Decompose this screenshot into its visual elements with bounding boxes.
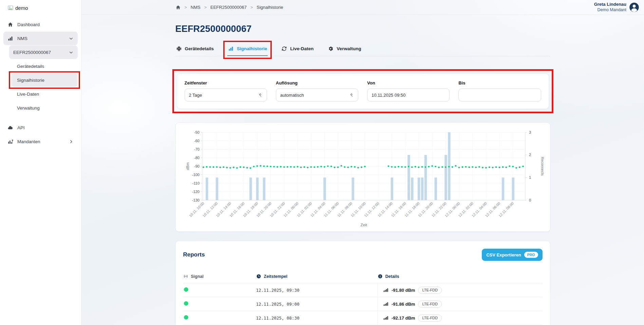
select-value: automatisch [280,93,304,98]
tab-geraetedetails[interactable]: Gerätedetails [175,42,215,56]
network-badge: LTE-FDD [418,314,442,322]
details: -92.17 dBmLTE-FDD [383,314,543,322]
app-root: demo DashboardNMSEEFR2500000067Gerätedet… [0,0,644,325]
info-icon [378,274,383,279]
user-menu[interactable]: Greta Lindenau Demo Mandant [594,2,639,13]
tab-label: Verwaltung [337,46,361,51]
chevron-right-icon [69,139,74,144]
page-content: EEFR2500000067 GerätedetailsSignalhistor… [175,15,550,325]
timestamp-cell: 12.11.2025, 09:30 [256,283,378,297]
svg-text:-70: -70 [194,147,200,151]
topbar: >NMS>EEFR2500000067>Signalhistorie Greta… [81,0,644,15]
filter-field-bis: Bis [458,80,541,101]
avatar-icon[interactable] [629,2,639,12]
svg-text:1: 1 [529,175,531,179]
table-row[interactable]: 12.11.2025, 09:00-91.86 dBmLTE-FDD [183,297,543,311]
signal-bars-icon [383,301,389,307]
status-dot-online [184,287,188,292]
signal-history-chart: 10.11. 10:0010.11. 12:0010.11. 14:0010.1… [183,128,544,229]
aufloesung-select[interactable]: automatisch [276,89,358,101]
signal-cell [183,297,256,311]
sidebar-item-dashboard[interactable]: Dashboard [3,18,78,31]
chip-icon [176,46,182,52]
filter-field-von: Von [367,80,450,101]
sidebar-item-live-daten[interactable]: Live-Daten [11,87,78,101]
sidebar-item-api[interactable]: API [3,121,78,134]
svg-text:-130: -130 [192,198,199,202]
sidebar-item-label: Gerätedetails [17,64,44,69]
signal-value: -92.17 dBm [392,316,415,321]
zeitfenster-select[interactable]: 2 Tage [185,89,267,101]
status-dot-online [184,301,188,306]
details-cell: -91.80 dBmLTE-FDD [378,283,543,297]
breadcrumb-item-nms[interactable]: NMS [191,5,201,10]
bis-input[interactable] [458,89,541,101]
table-row[interactable]: 12.11.2025, 09:30-91.80 dBmLTE-FDD [183,283,543,297]
filter-annotation-box: Zeitfenster2 TageAuflösungautomatischVon… [172,69,553,113]
filter-field-zeitfenster: Zeitfenster2 Tage [185,80,267,101]
signal-value: -91.86 dBm [392,302,415,307]
table-row[interactable]: 12.11.2025, 08:30-92.17 dBmLTE-FDD [183,311,543,325]
sidebar-item-label: EEFR2500000067 [13,50,51,55]
tab-label: Gerätedetails [185,46,214,51]
breadcrumb: >NMS>EEFR2500000067>Signalhistorie [175,5,283,10]
tab-verwaltung[interactable]: Verwaltung [327,42,362,56]
csv-export-button[interactable]: CSV Exportieren PRO [482,249,542,261]
broken-image-icon [7,5,14,11]
select-chevrons-icon [349,93,354,97]
column-header-label: Details [385,274,399,279]
svg-text:3: 3 [529,130,531,134]
sidebar-item-eefr2500000067[interactable]: EEFR2500000067 [9,45,78,59]
von-input[interactable] [367,89,450,101]
svg-text:-50: -50 [194,130,200,134]
home-icon[interactable] [175,5,181,10]
user-name: Greta Lindenau [594,2,626,7]
status-dot-online [184,315,188,320]
signal-bars-icon [383,287,389,293]
sidebar-item-mandanten[interactable]: Mandanten [3,135,78,148]
filter-label: Von [367,80,450,85]
svg-text:-110: -110 [192,181,199,185]
select-chevrons-icon [258,93,263,97]
sidebar-item-label: Mandanten [17,139,40,144]
sidebar-item-geraetedetails[interactable]: Gerätedetails [11,59,78,73]
tab-signalhistorie[interactable]: Signalhistorie [227,42,268,56]
sidebar-item-signalhistorie[interactable]: Signalhistorie [11,73,78,87]
timestamp: 12.11.2025, 09:30 [256,288,300,293]
tab-live-daten[interactable]: Live-Daten [281,42,314,56]
timestamp: 12.11.2025, 09:00 [256,302,300,307]
logo[interactable]: demo [0,0,81,18]
svg-text:-120: -120 [192,190,199,194]
details-cell: -91.86 dBmLTE-FDD [378,297,543,311]
select-value: 2 Tage [189,93,202,98]
cloud-icon [7,125,13,131]
home-icon [7,22,13,27]
sidebar-item-label: Verwaltung [17,106,40,111]
svg-text:-100: -100 [192,173,199,177]
user-info: Greta Lindenau Demo Mandant [594,2,626,13]
sidebar-item-verwaltung[interactable]: Verwaltung [11,101,78,115]
network-badge: LTE-FDD [418,287,442,294]
page-title: EEFR2500000067 [175,24,550,34]
details-cell: -92.17 dBmLTE-FDD [378,311,543,325]
breadcrumb-item-signalhistorie[interactable]: Signalhistorie [257,5,283,10]
clock-icon [256,274,261,279]
filter-label: Bis [458,80,541,85]
breadcrumb-item-eefr2500000067[interactable]: EEFR2500000067 [210,5,247,10]
svg-text:-60: -60 [194,139,200,143]
sidebar-nav: DashboardNMSEEFR2500000067GerätedetailsS… [0,18,81,148]
sidebar-item-nms[interactable]: NMS [3,32,78,45]
filter-field-aufloesung: Auflösungautomatisch [276,80,358,101]
reports-table: SignalZeitstempelDetails 12.11.2025, 09:… [183,271,543,325]
svg-text:-80: -80 [194,156,200,160]
tab-label: Signalhistorie [237,46,267,51]
breadcrumb-separator: > [250,5,253,10]
sidebar-item-label: Signalhistorie [17,78,44,83]
filter-label: Auflösung [276,80,358,85]
tab-label: Live-Daten [290,46,314,51]
details: -91.80 dBmLTE-FDD [383,287,543,294]
details: -91.86 dBmLTE-FDD [383,301,543,308]
tab-bar: GerätedetailsSignalhistorieLive-DatenVer… [175,42,550,56]
network-badge: LTE-FDD [418,301,442,308]
logo-text: demo [15,5,28,11]
